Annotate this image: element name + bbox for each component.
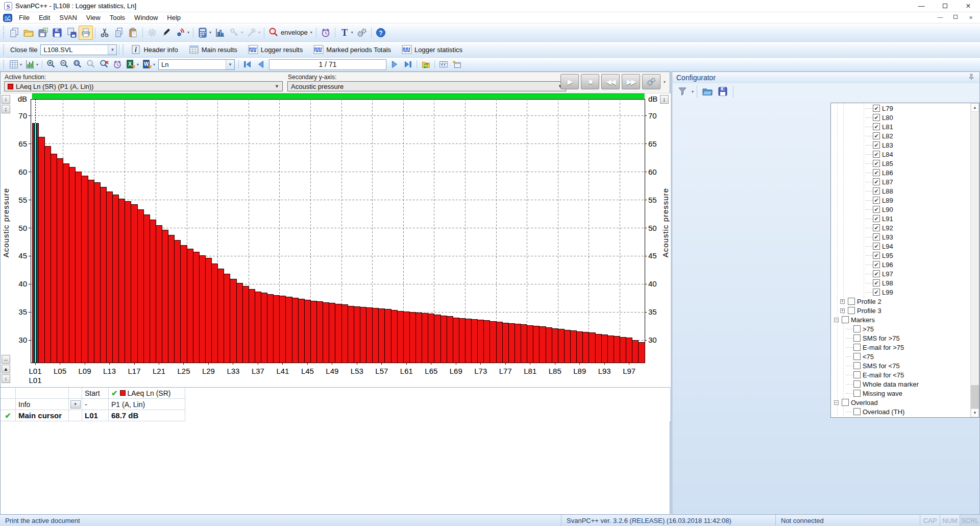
tree-item-l87[interactable]: ✔L87 <box>831 177 970 186</box>
chevron-down-icon[interactable]: ▾ <box>137 62 139 67</box>
chevron-down-icon[interactable]: ▾ <box>241 30 243 35</box>
tree-item-l99[interactable]: ✔L99 <box>831 288 970 297</box>
menu-edit[interactable]: Edit <box>34 13 55 22</box>
save-chart-button[interactable] <box>36 26 50 40</box>
text-tool-button[interactable]: T▾ <box>337 26 355 40</box>
tree-item-sms-for-75[interactable]: SMS for <75 <box>831 361 970 370</box>
checkbox[interactable] <box>853 334 861 342</box>
fast-forward-button[interactable]: ▶▶ <box>622 74 640 89</box>
y-fit-button[interactable]: ↨ <box>2 105 10 113</box>
zoom-off-button[interactable] <box>97 58 111 70</box>
chevron-down-icon[interactable]: ▾ <box>692 89 694 94</box>
chevron-down-icon[interactable]: ▾ <box>209 30 211 35</box>
mdi-close-icon[interactable]: × <box>967 14 975 21</box>
logger-results-button[interactable]: Logger results <box>244 43 306 56</box>
chevron-down-icon[interactable]: ▾ <box>20 62 22 67</box>
chevron-down-icon[interactable]: ▾ <box>36 62 38 67</box>
checkbox[interactable] <box>848 298 855 305</box>
nav-last-button[interactable] <box>401 58 414 70</box>
tree-item-l97[interactable]: ✔L97 <box>831 269 970 278</box>
tree-item-l89[interactable]: ✔L89 <box>831 196 970 205</box>
chevron-down-icon[interactable]: ▾ <box>664 80 666 84</box>
chart-view-button[interactable]: ▾ <box>23 58 40 70</box>
marker-button[interactable]: ▲ <box>2 365 10 373</box>
checkbox[interactable]: ✔ <box>873 141 880 149</box>
chart-wizard-button[interactable] <box>213 26 227 40</box>
active-function-select[interactable]: LAeq Ln (SR) (P1 (A, Lin)) ▼ <box>4 81 283 91</box>
nav-next-button[interactable] <box>388 58 401 70</box>
zoom-box-button[interactable] <box>71 58 84 70</box>
mdi-minimize-icon[interactable]: — <box>936 14 944 21</box>
load-configuration-button[interactable] <box>700 84 715 99</box>
data-browser-button[interactable]: ▾ <box>195 26 213 40</box>
page-indicator[interactable]: 1 / 71 <box>269 59 386 70</box>
checkbox[interactable]: ✔ <box>873 169 880 176</box>
chevron-down-icon[interactable]: ▾ <box>351 30 353 35</box>
checkbox[interactable]: ✔ <box>873 224 880 231</box>
alarm-clock-button[interactable] <box>318 26 333 40</box>
secondary-axis-select[interactable]: Acoustic pressure ▼ <box>287 81 566 91</box>
checkbox[interactable] <box>842 316 849 323</box>
x-spin-button[interactable]: ↕ <box>2 374 10 383</box>
pin-icon[interactable] <box>967 73 975 83</box>
menu-file[interactable]: File <box>14 13 34 22</box>
checkbox[interactable]: ✔ <box>873 215 880 222</box>
tree-item-l90[interactable]: ✔L90 <box>831 205 970 214</box>
print-button[interactable] <box>79 26 93 40</box>
checkbox[interactable]: ✔ <box>873 261 880 268</box>
marked-periods-totals-button[interactable]: Marked periods Totals <box>309 43 395 56</box>
toolbar-grip[interactable] <box>3 60 5 69</box>
rewind-button[interactable]: ◀◀ <box>601 74 620 89</box>
tree-item-profile-3[interactable]: +Profile 3 <box>831 306 970 315</box>
x-scale-button[interactable]: ↔ <box>2 355 10 364</box>
tree-item-l92[interactable]: ✔L92 <box>831 223 970 232</box>
checkbox[interactable]: ✔ <box>873 132 880 139</box>
tree-item-profile-2[interactable]: +Profile 2 <box>831 297 970 306</box>
checkbox[interactable]: ✔ <box>873 114 880 121</box>
scrollbar-thumb[interactable] <box>971 385 979 409</box>
checkbox[interactable]: ✔ <box>873 178 880 185</box>
tree-item-l81[interactable]: ✔L81 <box>831 122 970 131</box>
tree-item-l91[interactable]: ✔L91 <box>831 214 970 223</box>
header-info-button[interactable]: iHeader info <box>127 43 181 56</box>
checkbox[interactable]: ✔ <box>873 160 880 167</box>
checkbox[interactable]: ✔ <box>873 197 880 204</box>
tree-item-l94[interactable]: ✔L94 <box>831 242 970 251</box>
chevron-down-icon[interactable]: ▾ <box>153 62 155 67</box>
filter-button[interactable] <box>675 84 690 99</box>
nav-prev-button[interactable] <box>254 58 267 70</box>
zoom-undo-button[interactable] <box>84 58 97 70</box>
word-export-button[interactable]: W▾ <box>140 58 157 70</box>
tree-item-e-mail-for-75[interactable]: E-mail for <75 <box>831 370 970 379</box>
function-view-select[interactable]: Ln▼ <box>158 59 235 70</box>
new-window-button[interactable] <box>450 58 463 70</box>
tree-item-l83[interactable]: ✔L83 <box>831 140 970 150</box>
chevron-down-icon[interactable]: ▾ <box>310 30 312 35</box>
collapse-icon[interactable]: − <box>834 400 839 405</box>
pen-button[interactable] <box>159 26 174 40</box>
settings-gear-button[interactable] <box>145 26 159 40</box>
tree-item-whole-data-marker[interactable]: Whole data marker <box>831 379 970 389</box>
tree-item-markers[interactable]: −Markers <box>831 315 970 324</box>
file-select[interactable]: L108.SVL ▼ <box>40 44 117 55</box>
tree-item--75[interactable]: <75 <box>831 352 970 361</box>
tree-item-overload-th-[interactable]: Overload (TH) <box>831 407 970 416</box>
collapse-icon[interactable]: − <box>834 318 839 322</box>
envelope-search-button[interactable]: envelope▾ <box>266 26 314 40</box>
tree-item-l95[interactable]: ✔L95 <box>831 251 970 260</box>
cut-button[interactable] <box>97 26 112 40</box>
tree-item--75[interactable]: >75 <box>831 324 970 333</box>
checkbox[interactable] <box>853 390 861 397</box>
close-file-button[interactable]: Close file <box>7 42 40 57</box>
signal-button[interactable]: ▾ <box>174 26 191 40</box>
checkbox[interactable] <box>853 380 861 388</box>
toolbar-grip[interactable] <box>122 44 125 55</box>
checkbox[interactable]: ✔ <box>873 252 880 259</box>
checkbox[interactable]: ✔ <box>873 206 880 213</box>
right-y-fit-button[interactable]: ↨ <box>660 95 669 104</box>
info-dropdown-button[interactable]: ▼ <box>70 400 81 409</box>
main-results-button[interactable]: Main results <box>185 43 241 56</box>
paste-button[interactable] <box>126 26 140 40</box>
menu-tools[interactable]: Tools <box>105 13 130 22</box>
help-button[interactable]: ? <box>374 26 388 40</box>
